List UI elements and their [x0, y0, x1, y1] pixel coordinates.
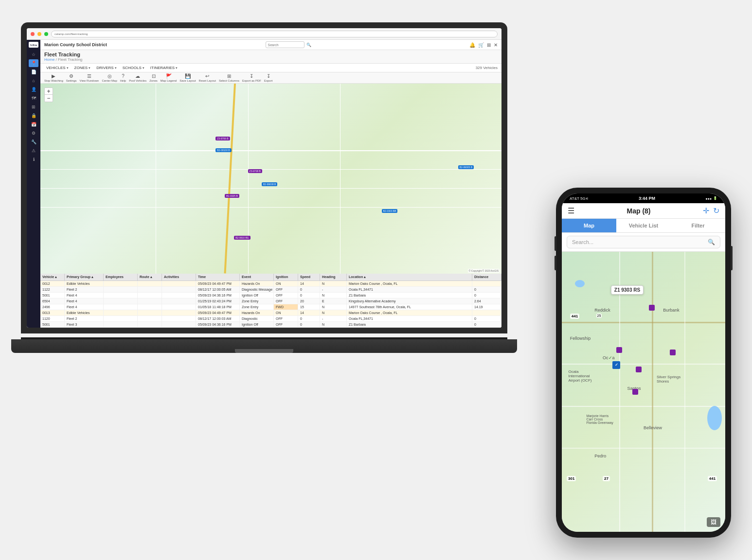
ph-photo-icon[interactable]: 🖼 [707, 517, 720, 527]
table-row[interactable]: 6504 Fleet 4 01/25/19 02:43:24 PM Zone E… [40, 298, 501, 304]
ph-vehicle-marker-5[interactable] [670, 350, 676, 355]
tab-filter[interactable]: Filter [671, 219, 725, 232]
col-heading[interactable]: Heading [320, 274, 347, 280]
map-marker-z3-9708[interactable]: Z3-9708 B [248, 169, 262, 173]
sub-toolbar: ▶Stop Watching ⚙Settings ☰View Rundown ◎… [40, 72, 501, 84]
sidebar-item-home[interactable]: ⌂ [29, 77, 38, 85]
table-row[interactable]: 5001 Fleet 4 05/09/23 04:36:16 PM Igniti… [40, 293, 501, 298]
toolbar-vehicles[interactable]: VEHICLES ▾ [44, 65, 71, 71]
col-employees[interactable]: Employees [104, 274, 138, 280]
tab-vehicle-list[interactable]: Vehicle List [616, 219, 671, 232]
help-btn[interactable]: ?Help [120, 73, 126, 82]
sidebar-item-alert[interactable]: ⚠ [29, 147, 38, 155]
table-row[interactable]: 1122 Fleet 2 08/12/17 12:00:05 AM Diagno… [40, 287, 501, 293]
map-marker-b2-9910[interactable]: B2-9910 BG [234, 236, 251, 240]
sidebar-item-reports[interactable]: 📄 [29, 68, 38, 76]
reset-layout-btn[interactable]: ↩Reset Layout [199, 73, 216, 82]
road-v1 [156, 84, 156, 274]
map-marker-z3-9706[interactable]: Z3-9706 B [215, 137, 230, 140]
sidebar-item-favorites[interactable]: ☆ [29, 51, 38, 58]
browser-chrome: calamp.com/fleet-tracking [27, 28, 501, 40]
ph-vehicle-marker-1[interactable] [649, 305, 655, 311]
col-route[interactable]: Route ▴ [138, 274, 162, 280]
road-h2 [40, 169, 501, 170]
col-speed[interactable]: Speed [298, 274, 320, 280]
toolbar-schools[interactable]: SCHOOLS ▾ [121, 65, 146, 71]
col-event[interactable]: Event [240, 274, 274, 280]
toolbar: VEHICLES ▾ ZONES ▾ DRIVERS ▾ SCHOOLS ▾ I… [40, 64, 501, 72]
map-marker-b2-0303[interactable]: B2-0303 BB [382, 209, 398, 213]
maximize-dot[interactable] [44, 32, 48, 36]
map-marker-b2-99005[interactable]: B2-99005 B [458, 165, 474, 169]
refresh-icon[interactable]: ↻ [713, 206, 719, 215]
sidebar-item-info[interactable]: ℹ [29, 156, 38, 163]
cart-icon[interactable]: 🛒 [478, 42, 484, 48]
pool-vehicles-btn[interactable]: ☁Pool Vehicles [129, 73, 146, 82]
phone-search-input[interactable]: Search... 🔍 [567, 236, 720, 248]
save-layout-btn[interactable]: 💾Save Layout [179, 73, 196, 82]
col-location[interactable]: Location ▴ [347, 274, 472, 280]
col-ignition[interactable]: Ignition [274, 274, 298, 280]
zoom-out-btn[interactable]: − [45, 95, 53, 102]
close-dot[interactable] [31, 32, 35, 36]
sidebar-item-calendar[interactable]: 📅 [29, 121, 38, 128]
close-icon[interactable]: ✕ [494, 42, 498, 48]
ph-vehicle-marker-3[interactable] [636, 367, 642, 372]
col-group[interactable]: Primary Group ▴ [65, 274, 104, 280]
sidebar-item-grid[interactable]: ⊞ [29, 103, 38, 111]
sidebar-item-user[interactable]: 👤 [29, 86, 38, 93]
export-btn[interactable]: ↧Export [264, 73, 272, 82]
phone-vol-up-button[interactable] [555, 236, 556, 251]
table-row[interactable]: 2496 Fleet 4 01/05/18 11:48:18 PM Zone E… [40, 304, 501, 310]
col-distance[interactable]: Distance [472, 274, 501, 280]
col-vehicle[interactable]: Vehicle ▴ [40, 274, 65, 280]
zones-btn[interactable]: ⊡Zones [149, 73, 158, 82]
table-row[interactable]: 0013 Edible Vehicles 05/09/23 04:49:47 P… [40, 310, 501, 316]
hamburger-icon[interactable]: ☰ [568, 206, 574, 215]
toolbar-zones[interactable]: ZONES ▾ [72, 65, 93, 71]
phone-body: AT&T 5G∊ 3:44 PM ●●● 🔋 ☰ Map (8) ✛ ↻ [556, 188, 731, 538]
map-marker-b2-99008[interactable]: B2-99008 B [262, 182, 277, 186]
center-map-btn[interactable]: ◎Center Map [102, 73, 117, 82]
stop-watching-btn[interactable]: ▶Stop Watching [44, 73, 63, 82]
map-marker-b1-0325[interactable]: B1-0325 B [225, 194, 239, 198]
zoom-in-btn[interactable]: + [45, 88, 53, 95]
sidebar-item-lock[interactable]: 🔒 [29, 112, 38, 120]
ph-ocala-marker[interactable]: ✓ [612, 361, 620, 369]
table-row[interactable]: 5001 Fleet 3 05/09/23 04:36:16 PM Igniti… [40, 322, 501, 328]
sidebar-item-settings[interactable]: ⚙ [29, 129, 38, 137]
phone-vol-down-button[interactable] [555, 256, 556, 270]
crosshair-icon[interactable]: ✛ [703, 206, 709, 215]
ph-vehicle-marker-2[interactable] [616, 347, 622, 353]
page-header: Fleet Tracking Home / Fleet Tracking [40, 50, 501, 64]
map-legend-btn[interactable]: 🚩Map Legend [161, 73, 177, 82]
view-rundown-btn[interactable]: ☰View Rundown [80, 73, 99, 82]
grid-icon[interactable]: ⊞ [487, 42, 491, 48]
tab-map[interactable]: Map [562, 219, 616, 232]
sidebar-item-tools[interactable]: 🔧 [29, 138, 38, 146]
toolbar-itineraries[interactable]: ITINERARIES ▾ [148, 65, 179, 71]
table-row[interactable]: 1120 Fleet 2 08/12/17 12:00:03 AM Diagno… [40, 316, 501, 322]
sidebar-item-location[interactable]: 📍 [29, 59, 38, 67]
map-marker-b2-00100[interactable]: B2-00100 B [215, 148, 231, 152]
col-activities[interactable]: Activities [162, 274, 196, 280]
top-bar-search: 🔍 [266, 41, 311, 48]
search-icon[interactable]: 🔍 [306, 43, 311, 47]
phone-power-button[interactable] [731, 246, 733, 270]
bell-icon[interactable]: 🔔 [469, 42, 475, 48]
col-time[interactable]: Time [196, 274, 240, 280]
browser-url[interactable]: calamp.com/fleet-tracking [51, 31, 498, 37]
sidebar-item-map[interactable]: 🗺 [29, 94, 38, 102]
map-zoom-controls: + − [44, 88, 53, 102]
minimize-dot[interactable] [37, 32, 41, 36]
ph-vehicle-marker-4[interactable] [632, 389, 638, 395]
phone-map[interactable]: Fellowship Reddick Burbank Oc✓a OcalaInt… [562, 252, 725, 532]
settings-btn[interactable]: ⚙Settings [66, 73, 77, 82]
export-pdf-btn[interactable]: ↧Export as PDF [242, 73, 261, 82]
map-area[interactable]: Z3-9706 B B2-00100 B Z3-9708 B B2-99008 … [40, 84, 501, 274]
search-input[interactable] [266, 41, 304, 48]
toolbar-drivers[interactable]: DRIVERS ▾ [94, 65, 119, 71]
select-columns-btn[interactable]: ⊞Select Columns [219, 73, 239, 82]
table-row[interactable]: 0012 Edible Vehicles 05/09/23 04:49:47 P… [40, 281, 501, 287]
ph-highway-301: 301 [567, 476, 576, 481]
